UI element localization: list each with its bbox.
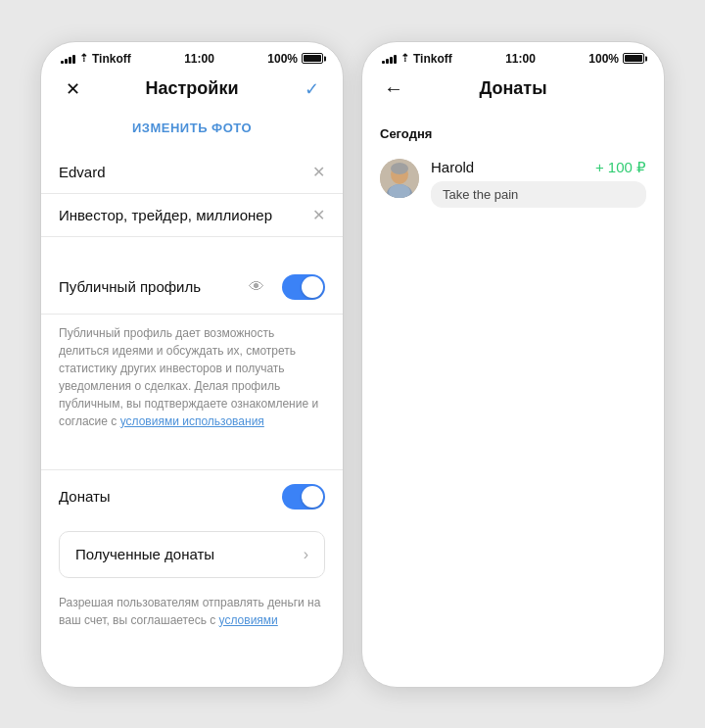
svg-point-2 — [391, 163, 408, 174]
name-clear-icon[interactable]: ✕ — [312, 163, 325, 181]
name-input[interactable] — [59, 164, 312, 180]
close-icon[interactable]: ✕ — [59, 75, 86, 103]
today-label: Сегодня — [362, 113, 664, 149]
status-right-1: 100% — [267, 52, 323, 66]
carrier-2: Tinkoff — [413, 52, 452, 66]
public-profile-label: Публичный профиль — [59, 278, 239, 295]
status-bar-2: ⇡ Tinkoff 11:00 100% — [362, 42, 664, 70]
status-left-2: ⇡ Tinkoff — [382, 52, 452, 66]
battery-icon-1 — [302, 53, 323, 64]
bio-clear-icon[interactable]: ✕ — [312, 206, 325, 224]
battery-label-1: 100% — [267, 52, 298, 66]
spacer-2 — [41, 446, 343, 469]
phone-settings: ⇡ Tinkoff 11:00 100% ✕ Настройки ✓ ИЗМЕН… — [40, 41, 344, 688]
nav-bar-donates: ← Донаты — [362, 70, 664, 113]
signal-bars-1 — [61, 54, 75, 64]
donate-description: Разрешая пользователям отправлять деньги… — [41, 586, 343, 645]
status-right-2: 100% — [588, 52, 644, 66]
toggle-knob-public — [302, 276, 323, 298]
time-2: 11:00 — [505, 52, 536, 66]
nav-bar-settings: ✕ Настройки ✓ — [41, 70, 343, 113]
donor-name: Harold — [431, 159, 474, 175]
public-profile-toggle[interactable] — [282, 274, 325, 300]
donation-message: Take the pain — [431, 181, 646, 208]
battery-icon-2 — [623, 53, 644, 64]
donate-terms-link[interactable]: условиями — [219, 613, 278, 627]
public-profile-description: Публичный профиль дает возможность делит… — [41, 315, 343, 446]
donates-label: Донаты — [59, 488, 282, 505]
donation-header: Harold + 100 ₽ — [431, 159, 646, 176]
public-profile-link[interactable]: условиями использования — [120, 414, 264, 428]
wifi-icon-1: ⇡ — [79, 52, 88, 65]
donates-toggle[interactable] — [282, 484, 325, 510]
toggle-knob-donates — [302, 486, 323, 508]
page-title-settings: Настройки — [146, 78, 239, 99]
settings-section: ✕ ✕ Публичный профиль 👁 Публичный профил… — [41, 151, 343, 687]
bio-input[interactable] — [59, 207, 312, 223]
page-title-donates: Донаты — [479, 78, 546, 99]
received-donates-button[interactable]: Полученные донаты › — [59, 531, 325, 578]
phone-donates: ⇡ Tinkoff 11:00 100% ← Донаты Сегодня — [361, 41, 665, 688]
donation-amount: + 100 ₽ — [595, 159, 646, 176]
change-photo-button[interactable]: ИЗМЕНИТЬ ФОТО — [41, 113, 343, 151]
chevron-right-icon: › — [304, 546, 308, 563]
status-left-1: ⇡ Tinkoff — [61, 52, 131, 66]
status-bar-1: ⇡ Tinkoff 11:00 100% — [41, 42, 343, 70]
spacer-1 — [41, 237, 343, 261]
avatar-image — [380, 159, 419, 198]
carrier-1: Tinkoff — [92, 52, 131, 66]
bio-field-row: ✕ — [41, 194, 343, 237]
public-profile-row: Публичный профиль 👁 — [41, 261, 343, 315]
wifi-icon-2: ⇡ — [400, 52, 409, 65]
signal-bars-2 — [382, 54, 397, 64]
back-icon[interactable]: ← — [380, 75, 407, 103]
time-1: 11:00 — [184, 52, 214, 66]
avatar — [380, 159, 419, 198]
donation-info: Harold + 100 ₽ Take the pain — [431, 159, 646, 208]
donates-toggle-row: Донаты — [41, 469, 343, 523]
battery-label-2: 100% — [588, 52, 619, 66]
eye-icon: 👁 — [249, 278, 264, 296]
confirm-icon[interactable]: ✓ — [298, 75, 325, 103]
name-field-row: ✕ — [41, 151, 343, 194]
donation-item: Harold + 100 ₽ Take the pain — [362, 149, 664, 218]
